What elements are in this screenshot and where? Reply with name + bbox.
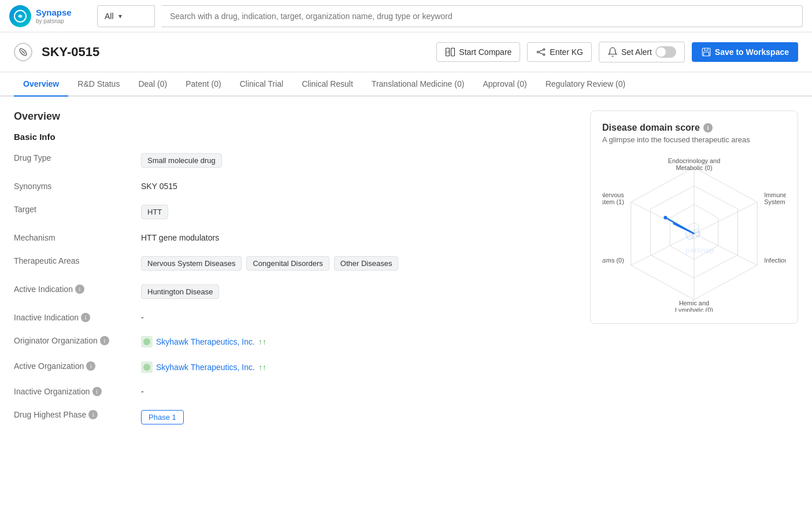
- originator-org-logo: [141, 336, 153, 348]
- trend-up-icon: ↑↑: [258, 337, 266, 346]
- active-indication-info-icon[interactable]: i: [75, 285, 84, 294]
- enter-kg-button[interactable]: Enter KG: [527, 42, 592, 62]
- tab-clinical-result[interactable]: Clinical Result: [292, 72, 362, 97]
- save-icon: [701, 47, 711, 57]
- svg-point-12: [143, 338, 150, 345]
- search-input[interactable]: [162, 5, 803, 27]
- active-org-label: Active Organization i: [14, 361, 141, 371]
- start-compare-label: Start Compare: [459, 47, 511, 57]
- active-indication-tag: Huntington Disease: [141, 285, 219, 299]
- tab-bar: Overview R&D Status Deal (0) Patent (0) …: [0, 72, 812, 97]
- radar-svg: U5 patsnap Endocrinology and Metabolic (…: [602, 156, 786, 312]
- originator-org-value: Skyhawk Therapeutics, Inc. ↑↑: [141, 336, 576, 348]
- logo-icon: [9, 5, 31, 27]
- inactive-org-row: Inactive Organization i -: [14, 387, 576, 396]
- app-name: Synapse: [36, 8, 72, 18]
- synonyms-label: Synonyms: [14, 182, 141, 191]
- tab-clinical-trial[interactable]: Clinical Trial: [231, 72, 292, 97]
- svg-text:Metabolic (0): Metabolic (0): [676, 164, 712, 171]
- target-tag: HTT: [141, 205, 168, 219]
- svg-point-7: [543, 49, 545, 50]
- tag-congenital: Congenital Disorders: [246, 256, 329, 271]
- svg-text:Neoplasms (0): Neoplasms (0): [602, 257, 624, 264]
- save-workspace-button[interactable]: Save to Workspace: [692, 42, 798, 62]
- app-by: by patsnap: [36, 18, 72, 25]
- tab-regulatory-review[interactable]: Regulatory Review (0): [536, 72, 635, 97]
- phase-badge: Phase 1: [141, 410, 184, 424]
- tag-nervous-system: Nervous System Diseases: [141, 256, 242, 271]
- active-indication-label: Active Indication i: [14, 285, 141, 294]
- disease-card-subtitle: A glimpse into the focused therapeutic a…: [602, 135, 786, 144]
- radar-chart: U5 patsnap Endocrinology and Metabolic (…: [602, 156, 786, 312]
- logo-area: Synapse by patsnap: [9, 5, 90, 27]
- drug-highest-phase-label: Drug Highest Phase i: [14, 410, 141, 419]
- svg-text:Lymphatic (0): Lymphatic (0): [675, 306, 713, 312]
- drug-type-tag: Small molecule drug: [141, 153, 222, 168]
- left-panel: Overview Basic Info Drug Type Small mole…: [14, 110, 576, 438]
- svg-line-9: [539, 50, 544, 51]
- disease-card: Disease domain score i A glimpse into th…: [590, 110, 798, 324]
- drug-title-bar: SKY-0515 U5 Start Compare Enter KG: [0, 32, 812, 72]
- tab-approval[interactable]: Approval (0): [473, 72, 536, 97]
- drug-highest-phase-info-icon[interactable]: i: [88, 410, 98, 419]
- drug-highest-phase-row: Drug Highest Phase i Phase 1: [14, 410, 576, 424]
- action-buttons: U5 Start Compare Enter KG Set Alert: [436, 42, 798, 62]
- active-org-info-icon[interactable]: i: [86, 361, 95, 371]
- svg-text:U5: U5: [446, 50, 450, 54]
- active-org-row: Active Organization i Skyhawk Therapeuti…: [14, 361, 576, 373]
- target-label: Target: [14, 205, 141, 214]
- tag-other-diseases: Other Diseases: [334, 256, 399, 271]
- tab-rd-status[interactable]: R&D Status: [68, 72, 129, 97]
- svg-point-8: [543, 54, 545, 56]
- svg-text:patsnap: patsnap: [685, 246, 714, 254]
- svg-text:Infectious (0): Infectious (0): [764, 257, 786, 264]
- svg-point-6: [537, 51, 539, 53]
- svg-text:Hemic and: Hemic and: [679, 300, 709, 306]
- search-type-select[interactable]: All ▾: [97, 5, 155, 27]
- inactive-org-value: -: [141, 387, 576, 396]
- set-alert-toggle[interactable]: [655, 46, 676, 58]
- active-indication-row: Active Indication i Huntington Disease: [14, 285, 576, 299]
- active-org-name: Skyhawk Therapeutics, Inc.: [156, 363, 255, 372]
- right-panel: Disease domain score i A glimpse into th…: [590, 110, 798, 438]
- alert-icon: [607, 47, 618, 57]
- tab-overview[interactable]: Overview: [14, 72, 68, 97]
- inactive-indication-label: Inactive Indication i: [14, 313, 141, 322]
- tab-deal[interactable]: Deal (0): [129, 72, 176, 97]
- originator-org-info-icon[interactable]: i: [100, 336, 109, 345]
- compare-icon: U5: [445, 47, 455, 57]
- originator-org-link[interactable]: Skyhawk Therapeutics, Inc. ↑↑: [141, 336, 266, 348]
- drug-type-row: Drug Type Small molecule drug: [14, 153, 576, 168]
- mechanism-row: Mechanism HTT gene modulators: [14, 233, 576, 242]
- originator-org-name: Skyhawk Therapeutics, Inc.: [156, 337, 255, 346]
- originator-org-row: Originator Organization i Skyhawk Therap…: [14, 336, 576, 348]
- main-content: Overview Basic Info Drug Type Small mole…: [0, 97, 812, 452]
- drug-name: SKY-0515: [42, 45, 427, 60]
- therapeutic-areas-label: Therapeutic Areas: [14, 256, 141, 265]
- set-alert-button[interactable]: Set Alert: [599, 42, 685, 62]
- svg-text:U5: U5: [683, 225, 703, 244]
- active-indication-value: Huntington Disease: [141, 285, 576, 299]
- inactive-indication-info-icon[interactable]: i: [81, 313, 90, 322]
- therapeutic-areas-row: Therapeutic Areas Nervous System Disease…: [14, 256, 576, 271]
- save-workspace-label: Save to Workspace: [715, 47, 789, 57]
- target-row: Target HTT: [14, 205, 576, 219]
- active-org-link[interactable]: Skyhawk Therapeutics, Inc. ↑↑: [141, 361, 266, 373]
- start-compare-button[interactable]: U5 Start Compare: [436, 42, 520, 62]
- tab-translational-medicine[interactable]: Translational Medicine (0): [362, 72, 474, 97]
- tab-patent[interactable]: Patent (0): [176, 72, 230, 97]
- mechanism-value: HTT gene modulators: [141, 233, 576, 242]
- drug-highest-phase-value: Phase 1: [141, 410, 576, 424]
- svg-text:Endocrinology and: Endocrinology and: [668, 157, 720, 164]
- section-title: Overview: [14, 110, 576, 123]
- enter-kg-label: Enter KG: [550, 47, 583, 57]
- search-type-label: All: [105, 12, 114, 21]
- therapeutic-areas-value: Nervous System Diseases Congenital Disor…: [141, 256, 576, 271]
- inactive-org-info-icon[interactable]: i: [92, 387, 102, 396]
- inactive-indication-value: -: [141, 313, 576, 322]
- disease-info-icon[interactable]: i: [703, 123, 713, 132]
- inactive-org-label: Inactive Organization i: [14, 387, 141, 396]
- svg-text:Immune: Immune: [764, 191, 786, 198]
- target-value: HTT: [141, 205, 576, 219]
- originator-org-label: Originator Organization i: [14, 336, 141, 345]
